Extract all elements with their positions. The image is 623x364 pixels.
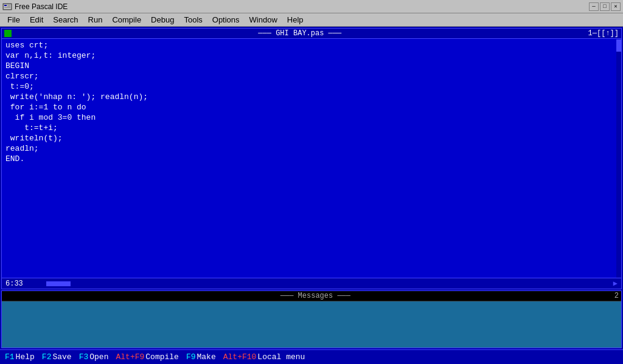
code-line: for i:=1 to n do — [5, 102, 618, 112]
menu-options[interactable]: Options — [207, 14, 245, 26]
menu-debug[interactable]: Debug — [146, 14, 179, 26]
cursor-position: 6:33 — [5, 280, 23, 288]
code-line: t:=0; — [5, 81, 618, 92]
menu-help[interactable]: Help — [282, 14, 308, 26]
key-altf9: Alt+F9 — [116, 352, 144, 362]
editor-title-right: 1─[[↑]] — [588, 29, 619, 38]
menu-file[interactable]: File — [2, 14, 25, 26]
close-button[interactable]: ✕ — [611, 2, 621, 11]
key-f3: F3 — [79, 352, 89, 362]
bottom-bar: F1 Help F2 Save F3 Open Alt+F9 Compile F… — [0, 349, 623, 364]
code-line: var n,i,t: integer; — [5, 50, 618, 61]
messages-titlebar: ─── Messages ─── 2 — [2, 291, 621, 301]
menu-run[interactable]: Run — [83, 14, 108, 26]
key-altf10: Alt+F10 — [223, 352, 257, 362]
editor-statusbar: 6:33 ▶ — [2, 278, 621, 289]
scrollbar-vertical[interactable] — [616, 39, 621, 278]
messages-title: ─── Messages ─── — [16, 292, 614, 300]
code-line: writeln(t); — [5, 133, 618, 143]
label-help: Help — [16, 352, 35, 362]
editor-filename: GHI BAY.pas — [276, 29, 324, 38]
code-line: uses crt; — [5, 40, 618, 50]
code-area[interactable]: uses crt; var n,i,t: integer; BEGIN clrs… — [2, 39, 621, 278]
messages-content — [2, 301, 621, 348]
label-make: Make — [197, 352, 216, 362]
menu-compile[interactable]: Compile — [107, 14, 146, 26]
code-line: if i mod 3=0 then — [5, 112, 618, 123]
menu-window[interactable]: Window — [245, 14, 282, 26]
menu-bar: File Edit Search Run Compile Debug Tools… — [0, 13, 623, 27]
label-save: Save — [52, 352, 71, 362]
code-line: write('nhap n: '); readln(n); — [5, 92, 618, 102]
menu-tools[interactable]: Tools — [179, 14, 207, 26]
editor-status-box — [4, 30, 12, 37]
ide-container: ─── GHI BAY.pas ─── 1─[[↑]] uses crt; va… — [0, 27, 623, 349]
maximize-button[interactable]: □ — [600, 2, 610, 11]
key-f9: F9 — [186, 352, 196, 362]
svg-rect-4 — [7, 6, 10, 7]
minimize-button[interactable]: ─ — [589, 2, 599, 11]
menu-search[interactable]: Search — [48, 14, 83, 26]
code-line: END. — [5, 154, 618, 164]
svg-rect-2 — [4, 5, 7, 6]
label-compile: Compile — [145, 352, 179, 362]
code-line: t:=t+i; — [5, 123, 618, 133]
label-localmenu: Local menu — [257, 352, 305, 362]
code-line: readln; — [5, 143, 618, 154]
menu-edit[interactable]: Edit — [25, 14, 48, 26]
svg-rect-3 — [7, 5, 10, 5]
window-title: Free Pascal IDE — [15, 2, 589, 11]
code-editor[interactable]: ─── GHI BAY.pas ─── 1─[[↑]] uses crt; va… — [1, 28, 622, 289]
code-line: clrscr; — [5, 71, 618, 81]
editor-titlebar: ─── GHI BAY.pas ─── 1─[[↑]] — [2, 29, 621, 39]
app-icon — [2, 2, 12, 12]
code-line: BEGIN — [5, 61, 618, 71]
key-f1: F1 — [5, 352, 15, 362]
messages-window-number: 2 — [614, 292, 619, 300]
title-bar: Free Pascal IDE ─ □ ✕ — [0, 0, 623, 13]
editor-title-center: ─── GHI BAY.pas ─── — [12, 29, 588, 38]
editor-title-left — [4, 30, 12, 37]
window-controls: ─ □ ✕ — [589, 2, 621, 11]
messages-panel: ─── Messages ─── 2 — [1, 290, 622, 348]
label-open: Open — [89, 352, 108, 362]
scrollbar-vertical-thumb[interactable] — [616, 39, 621, 52]
svg-rect-5 — [4, 7, 10, 8]
key-f2: F2 — [42, 352, 52, 362]
scrollbar-horizontal-thumb[interactable] — [46, 281, 71, 286]
